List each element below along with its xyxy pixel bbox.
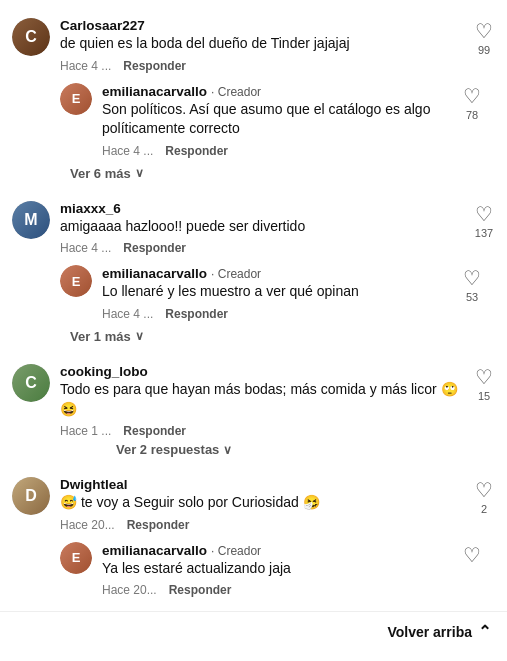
view-more[interactable]: Ver 1 más∨ [12,325,495,348]
creator-badge: · Creador [211,544,261,558]
comment-block: DDwightleal😅 te voy a Seguir solo por Cu… [0,467,507,607]
avatar: M [12,201,50,239]
like-area: ♡137 [473,201,495,239]
view-more-label: Ver 1 más [70,329,131,344]
comment-row: Mmiaxxx_6amigaaaa hazlooo!! puede ser di… [12,201,495,256]
like-count: 137 [475,227,493,239]
comment-content: cooking_loboTodo es para que hayan más b… [60,364,463,438]
reply-text: Lo llenaré y les muestro a ver qué opina… [102,282,451,302]
reply-button[interactable]: Responder [169,583,232,597]
reply-username: emilianacarvallo [102,84,207,99]
reply-button[interactable]: Responder [123,424,186,438]
reply-username: emilianacarvallo [102,543,207,558]
comment-row: DDwightleal😅 te voy a Seguir solo por Cu… [12,477,495,532]
comment-text: de quien es la boda del dueño de Tinder … [60,34,463,54]
view-replies[interactable]: Ver 2 respuestas∨ [12,438,495,461]
replies-container: Eemilianacarvallo· CreadorSon políticos.… [60,73,495,162]
reply-username-row: emilianacarvallo· Creador [102,83,451,99]
like-count: 53 [466,291,478,303]
comment-text: amigaaaa hazlooo!! puede ser divertido [60,217,463,237]
like-area: ♡15 [473,364,495,402]
heart-icon[interactable]: ♡ [473,20,495,42]
chevron-down-icon: ∨ [135,166,144,180]
heart-icon[interactable]: ♡ [461,267,483,289]
reply-text: Son políticos. Así que asumo que el catá… [102,100,451,139]
reply-row: Eemilianacarvallo· CreadorLo llenaré y l… [60,257,495,325]
replies-container: Eemilianacarvallo· CreadorLo llenaré y l… [60,255,495,325]
back-to-top[interactable]: Volver arriba⌃ [0,611,507,651]
view-more[interactable]: Ver 6 más∨ [12,162,495,185]
heart-icon[interactable]: ♡ [461,544,483,566]
avatar: E [60,265,92,297]
comment-content: Dwightleal😅 te voy a Seguir solo por Cur… [60,477,463,532]
reply-row: Eemilianacarvallo· CreadorSon políticos.… [60,75,495,162]
comment-block: Ccooking_loboTodo es para que hayan más … [0,354,507,467]
reply-button[interactable]: Responder [123,241,186,255]
like-area: ♡99 [473,18,495,56]
comment-meta: Hace 20...Responder [60,518,463,532]
like-area: ♡53 [461,265,483,303]
back-to-top-label: Volver arriba [387,624,472,640]
comment-username: Dwightleal [60,477,463,492]
heart-icon[interactable]: ♡ [473,366,495,388]
comment-text: Todo es para que hayan más bodas; más co… [60,380,463,419]
comment-meta: Hace 1 ...Responder [60,424,463,438]
reply-username-row: emilianacarvallo· Creador [102,542,451,558]
avatar: E [60,542,92,574]
reply-time: Hace 20... [102,583,157,597]
chevron-down-icon: ∨ [135,329,144,343]
reply-button[interactable]: Responder [165,144,228,158]
reply-button[interactable]: Responder [127,518,190,532]
avatar: E [60,83,92,115]
reply-button[interactable]: Responder [165,307,228,321]
reply-content: emilianacarvallo· CreadorYa les estaré a… [102,542,451,598]
like-count: 78 [466,109,478,121]
reply-text: Ya les estaré actualizando jaja [102,559,451,579]
avatar: C [12,18,50,56]
comment-time: Hace 4 ... [60,241,111,255]
comment-username: Carlosaar227 [60,18,463,33]
like-area: ♡78 [461,83,483,121]
comment-block: Mmiaxxx_6amigaaaa hazlooo!! puede ser di… [0,191,507,354]
reply-row: Eemilianacarvallo· CreadorYa les estaré … [60,534,495,602]
reply-content: emilianacarvallo· CreadorSon políticos. … [102,83,451,158]
comment-row: CCarlosaar227de quien es la boda del due… [12,18,495,73]
comment-block: CCarlosaar227de quien es la boda del due… [0,8,507,191]
comment-section: CCarlosaar227de quien es la boda del due… [0,0,507,659]
comment-content: miaxxx_6amigaaaa hazlooo!! puede ser div… [60,201,463,256]
chevron-up-icon: ⌃ [478,622,491,641]
avatar: C [12,364,50,402]
like-count: 2 [481,503,487,515]
comment-username: cooking_lobo [60,364,463,379]
like-count: 15 [478,390,490,402]
replies-container: Eemilianacarvallo· CreadorYa les estaré … [60,532,495,602]
view-replies-label: Ver 2 respuestas [116,442,219,457]
comment-username: miaxxx_6 [60,201,463,216]
view-more-label: Ver 6 más [70,166,131,181]
reply-time: Hace 4 ... [102,307,153,321]
reply-meta: Hace 4 ...Responder [102,307,451,321]
heart-icon[interactable]: ♡ [473,479,495,501]
comment-meta: Hace 4 ...Responder [60,59,463,73]
comment-content: Carlosaar227de quien es la boda del dueñ… [60,18,463,73]
reply-username: emilianacarvallo [102,266,207,281]
reply-meta: Hace 20...Responder [102,583,451,597]
like-area: ♡2 [473,477,495,515]
comment-time: Hace 1 ... [60,424,111,438]
creator-badge: · Creador [211,267,261,281]
like-area: ♡ [461,542,483,566]
reply-time: Hace 4 ... [102,144,153,158]
like-count: 99 [478,44,490,56]
heart-icon[interactable]: ♡ [473,203,495,225]
comment-meta: Hace 4 ...Responder [60,241,463,255]
comment-row: Ccooking_loboTodo es para que hayan más … [12,364,495,438]
chevron-down-icon: ∨ [223,443,232,457]
comment-text: 😅 te voy a Seguir solo por Curiosidad 🤧 [60,493,463,513]
reply-username-row: emilianacarvallo· Creador [102,265,451,281]
reply-button[interactable]: Responder [123,59,186,73]
comment-time: Hace 4 ... [60,59,111,73]
reply-content: emilianacarvallo· CreadorLo llenaré y le… [102,265,451,321]
reply-meta: Hace 4 ...Responder [102,144,451,158]
comment-time: Hace 20... [60,518,115,532]
heart-icon[interactable]: ♡ [461,85,483,107]
